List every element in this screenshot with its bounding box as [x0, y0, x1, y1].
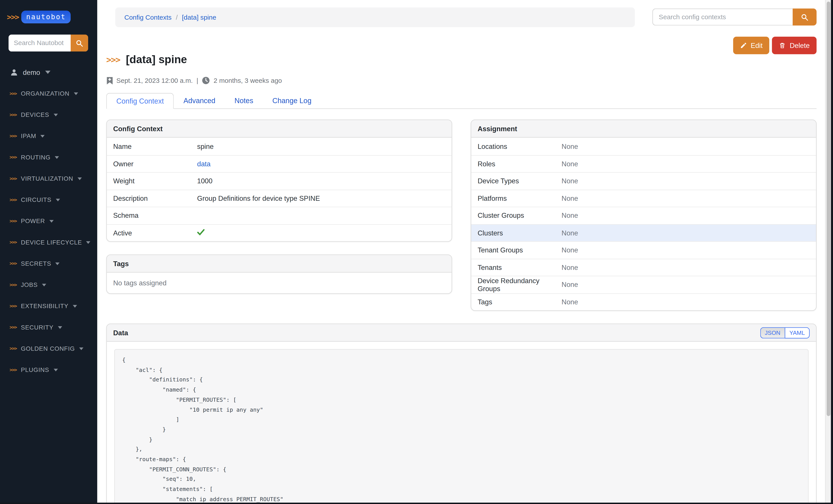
row-value: None [562, 246, 816, 254]
sidebar-item-device-lifecycle[interactable]: >>> DEVICE LIFECYCLE [0, 232, 97, 253]
chevron-down-icon [86, 241, 90, 244]
chevron-down-icon [42, 283, 46, 286]
chevron-down-icon [55, 156, 59, 159]
screen-bottom-edge [0, 503, 833, 504]
sidebar-item-devices[interactable]: >>> DEVICES [0, 104, 97, 125]
nav-chevrons-icon: >>> [9, 176, 17, 181]
sidebar-item-virtualization[interactable]: >>> VIRTUALIZATION [0, 168, 97, 189]
object-meta: Sept. 21, 2023 12:00 a.m. | 2 months, 3 … [107, 76, 282, 85]
chevron-down-icon [55, 262, 60, 265]
chevron-down-icon [57, 326, 62, 329]
row-value: None [562, 160, 816, 168]
yaml-format-button[interactable]: YAML [785, 327, 810, 338]
sidebar-item-routing[interactable]: >>> ROUTING [0, 147, 97, 168]
row-label: Tenant Groups [471, 246, 562, 254]
sidebar-search-input[interactable] [8, 34, 70, 51]
table-row: Roles None [471, 155, 816, 172]
row-label: Weight [107, 177, 197, 185]
row-label: Clusters [471, 229, 562, 237]
table-row: Description Group Definitions for device… [107, 190, 452, 207]
tab-advanced[interactable]: Advanced [174, 93, 225, 109]
edit-button-label: Edit [751, 42, 763, 49]
user-menu[interactable]: demo [10, 65, 50, 79]
page-title: >>> [data] spine [106, 53, 187, 66]
sidebar-item-golden-config[interactable]: >>> GOLDEN CONFIG [0, 338, 97, 359]
row-value: None [562, 229, 816, 237]
data-panel: Data JSON YAML { "acl": { "definitions":… [106, 323, 816, 504]
nautobot-logo[interactable]: >>> nautobot [7, 10, 70, 23]
table-row: Cluster Groups None [471, 207, 816, 224]
sidebar: >>> nautobot demo >>> ORGANIZATION [0, 0, 97, 504]
sidebar-item-label: EXTENSIBILITY [21, 303, 68, 309]
config-context-panel: Config Context Name spine Owner data Wei… [106, 119, 452, 242]
nav-chevrons-icon: >>> [9, 154, 17, 160]
page-title-text: [data] spine [126, 53, 187, 66]
row-value: data [197, 160, 452, 168]
row-value: None [562, 212, 816, 219]
row-label: Cluster Groups [471, 212, 562, 219]
meta-separator: | [196, 77, 198, 85]
chevron-down-icon [49, 220, 53, 222]
chevron-down-icon [74, 92, 78, 95]
nav-chevrons-icon: >>> [9, 197, 17, 202]
user-icon [10, 68, 18, 76]
sidebar-item-label: ORGANIZATION [21, 90, 69, 97]
sidebar-item-ipam[interactable]: >>> IPAM [0, 125, 97, 147]
row-label: Owner [107, 160, 197, 168]
row-label: Schema [107, 212, 197, 219]
sidebar-item-label: VIRTUALIZATION [21, 175, 73, 182]
json-format-button[interactable]: JSON [760, 327, 784, 338]
tab-change-log[interactable]: Change Log [263, 93, 321, 109]
sidebar-search-button[interactable] [71, 34, 88, 51]
nav-chevrons-icon: >>> [9, 134, 17, 139]
delete-button[interactable]: Delete [772, 37, 816, 54]
action-buttons: Edit Delete [734, 37, 816, 54]
sidebar-item-secrets[interactable]: >>> SECRETS [0, 253, 97, 274]
row-value: None [562, 298, 816, 306]
nav-chevrons-icon: >>> [9, 325, 17, 330]
panel-title: Assignment [471, 120, 816, 138]
breadcrumb-link-current[interactable]: [data] spine [182, 14, 216, 21]
sidebar-item-label: CIRCUITS [21, 197, 51, 203]
sidebar-item-label: IPAM [21, 133, 36, 139]
config-context-search-input[interactable] [652, 8, 792, 25]
row-label: Roles [471, 160, 562, 168]
table-row: Name spine [107, 138, 452, 155]
sidebar-item-label: PLUGINS [21, 367, 49, 373]
sidebar-item-organization[interactable]: >>> ORGANIZATION [0, 83, 97, 104]
chevron-down-icon [53, 114, 57, 116]
nav-chevrons-icon: >>> [9, 346, 17, 351]
breadcrumb-link-config-contexts[interactable]: Config Contexts [124, 14, 172, 21]
edit-button[interactable]: Edit [733, 37, 770, 54]
panel-title: Config Context [107, 120, 452, 138]
trash-icon [779, 42, 786, 49]
row-value: None [562, 177, 816, 185]
sidebar-item-plugins[interactable]: >>> PLUGINS [0, 359, 97, 380]
panel-title: Data [113, 329, 128, 337]
logo-wordmark: nautobot [21, 10, 71, 23]
breadcrumb-separator: / [176, 14, 177, 21]
sidebar-nav: >>> ORGANIZATION >>> DEVICES >>> IPAM >>… [0, 83, 97, 380]
sidebar-item-security[interactable]: >>> SECURITY [0, 317, 97, 338]
owner-link[interactable]: data [197, 160, 211, 168]
table-row: Platforms None [471, 190, 816, 207]
tab-config-context[interactable]: Config Context [106, 93, 174, 109]
chevron-down-icon [73, 305, 77, 307]
row-label: Name [107, 142, 197, 150]
sidebar-item-power[interactable]: >>> POWER [0, 211, 97, 232]
user-name: demo [23, 68, 40, 76]
row-label: Description [107, 194, 197, 202]
page-scrollbar[interactable] [825, 0, 831, 504]
sidebar-item-jobs[interactable]: >>> JOBS [0, 274, 97, 295]
nav-chevrons-icon: >>> [9, 282, 17, 287]
active-check-icon [197, 229, 205, 235]
sidebar-item-extensibility[interactable]: >>> EXTENSIBILITY [0, 295, 97, 317]
scrollbar-thumb[interactable] [827, 2, 830, 416]
assignment-panel: Assignment Locations None Roles None Dev… [471, 119, 816, 311]
sidebar-search [8, 34, 88, 51]
config-context-search-button[interactable] [792, 8, 816, 25]
table-row: Weight 1000 [107, 172, 452, 189]
search-icon [75, 39, 84, 47]
tab-notes[interactable]: Notes [225, 93, 263, 109]
sidebar-item-circuits[interactable]: >>> CIRCUITS [0, 189, 97, 210]
